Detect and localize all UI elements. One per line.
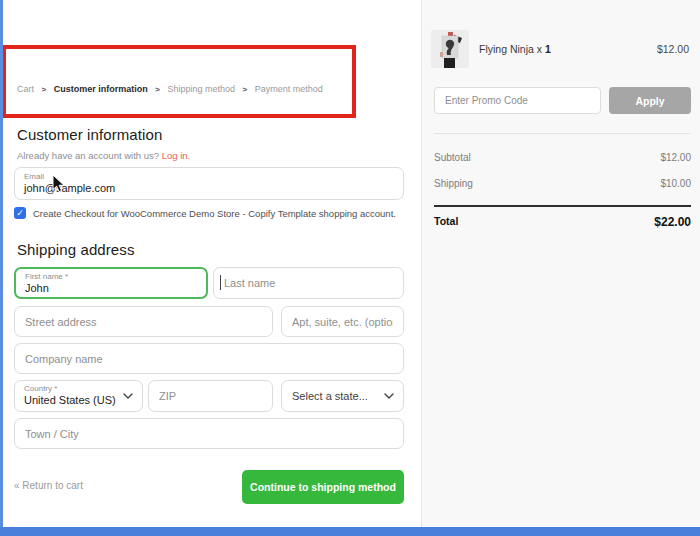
login-link[interactable]: Log in. [162, 150, 191, 161]
customer-information-title: Customer information [17, 126, 162, 143]
promo-code-input[interactable] [434, 87, 601, 114]
country-select[interactable]: Country * United States (US) [14, 380, 143, 412]
apt-suite-input[interactable] [281, 306, 404, 337]
breadcrumb-payment-method[interactable]: Payment method [255, 84, 323, 94]
apply-promo-button[interactable]: Apply [609, 87, 691, 114]
total-value: $22.00 [654, 215, 691, 229]
window-edge-left [0, 0, 3, 536]
total-divider [434, 205, 691, 207]
subtotal-label: Subtotal [434, 152, 471, 163]
town-city-input[interactable] [14, 418, 404, 449]
total-row: Total $22.00 [434, 215, 691, 229]
breadcrumb-separator-icon: > [155, 85, 160, 94]
country-value: United States (US) [24, 394, 133, 407]
product-name: Flying Ninja x 1 [479, 43, 551, 55]
subtotal-row: Subtotal $12.00 [434, 152, 691, 163]
create-account-checkbox[interactable]: ✓ [14, 207, 26, 219]
create-account-label: Create Checkout for WooCommerce Demo Sto… [33, 208, 396, 219]
highlight-rectangle [2, 45, 356, 118]
product-quantity: 1 [545, 43, 551, 55]
product-thumbnail [431, 30, 469, 68]
state-select[interactable]: Select a state... [281, 380, 404, 412]
breadcrumb-customer-information[interactable]: Customer information [54, 84, 148, 94]
email-field-label: Email [24, 172, 394, 182]
email-field-value: john@sample.com [24, 182, 394, 195]
account-prompt-text: Already have an account with us? [17, 150, 159, 161]
create-account-row: ✓ Create Checkout for WooCommerce Demo S… [14, 207, 414, 219]
return-to-cart-link[interactable]: « Return to cart [14, 480, 83, 491]
breadcrumb: Cart > Customer information > Shipping m… [17, 84, 323, 94]
shipping-address-title: Shipping address [17, 241, 135, 258]
shipping-row: Shipping $10.00 [434, 178, 691, 189]
country-label: Country * [24, 384, 133, 394]
breadcrumb-separator-icon: > [243, 85, 248, 94]
product-price: $12.00 [657, 43, 689, 55]
account-prompt: Already have an account with us? Log in. [17, 150, 190, 161]
flying-ninja-image [431, 30, 469, 68]
product-name-text: Flying Ninja x [479, 43, 542, 55]
shipping-value: $10.00 [660, 178, 691, 189]
first-name-value: John [25, 282, 197, 295]
order-summary-panel: Flying Ninja x 1 $12.00 Apply Subtotal $… [421, 0, 700, 527]
first-name-label: First name * [25, 272, 197, 282]
shipping-label: Shipping [434, 178, 473, 189]
checkmark-icon: ✓ [16, 208, 24, 218]
window-edge-bottom [0, 527, 700, 536]
subtotal-value: $12.00 [660, 152, 691, 163]
chevron-down-icon [384, 393, 394, 399]
zip-input[interactable] [148, 380, 273, 412]
breadcrumb-separator-icon: > [42, 85, 47, 94]
summary-divider [434, 133, 691, 134]
last-name-input[interactable] [213, 267, 404, 299]
breadcrumb-shipping-method[interactable]: Shipping method [167, 84, 235, 94]
breadcrumb-cart[interactable]: Cart [17, 84, 34, 94]
company-name-input[interactable] [14, 343, 404, 374]
total-label: Total [434, 215, 458, 229]
continue-to-shipping-button[interactable]: Continue to shipping method [242, 470, 404, 504]
email-field[interactable]: Email john@sample.com [14, 167, 404, 200]
state-select-value: Select a state... [292, 390, 368, 402]
chevron-down-icon [123, 393, 133, 399]
first-name-field[interactable]: First name * John [14, 267, 208, 299]
street-address-input[interactable] [14, 306, 273, 337]
text-caret [220, 275, 221, 290]
